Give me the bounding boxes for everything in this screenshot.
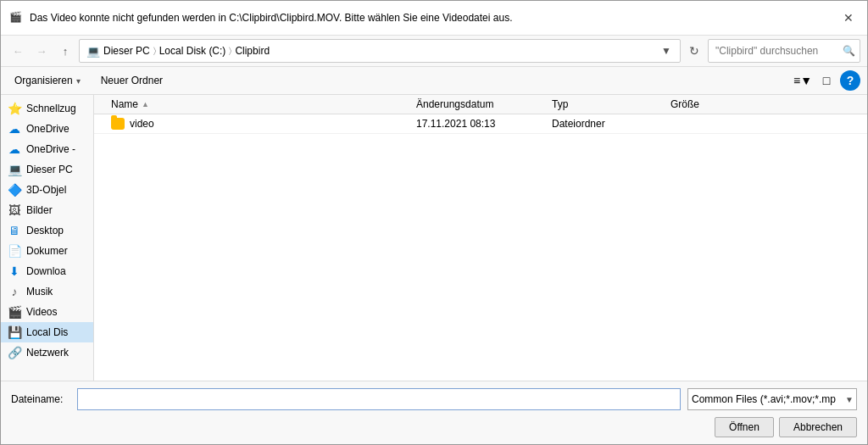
dialog-icon: 🎬 xyxy=(9,11,23,25)
filename-input[interactable] xyxy=(77,388,681,410)
sidebar-icon-netzwerk: 🔗 xyxy=(8,346,21,359)
filename-row: Dateiname: Common Files (*.avi;*.mov;*.m… xyxy=(11,388,857,410)
file-area: Name ▲ Änderungsdatum Typ Größe video17.… xyxy=(94,95,867,381)
filetype-select-wrapper: Common Files (*.avi;*.mov;*.mp ▼ xyxy=(687,388,857,410)
organize-button[interactable]: Organisieren ▾ xyxy=(8,72,87,89)
sidebar-icon-bilder: 🖼 xyxy=(8,203,21,217)
sidebar-item-videos[interactable]: 🎬Videos xyxy=(1,302,93,322)
col-name-header[interactable]: Name ▲ xyxy=(94,98,416,110)
file-dialog: 🎬 Das Video konnte nicht gefunden werden… xyxy=(0,0,868,445)
column-headers: Name ▲ Änderungsdatum Typ Größe xyxy=(94,95,867,114)
sidebar-icon-desktop: 🖥 xyxy=(8,224,21,237)
title-bar: 🎬 Das Video konnte nicht gefunden werden… xyxy=(1,1,867,36)
sidebar-item-desktop[interactable]: 🖥Desktop xyxy=(1,220,93,241)
col-date-header[interactable]: Änderungsdatum xyxy=(416,98,552,110)
view-pane-button[interactable]: □ xyxy=(816,70,837,91)
breadcrumb-dropdown[interactable]: ▼ xyxy=(659,44,673,58)
sidebar-item-local-disk[interactable]: 💾Local Dis xyxy=(1,322,93,342)
toolbar-right: ≡▼ □ ? xyxy=(793,70,860,91)
main-content: ⭐Schnellzug☁OneDrive☁OneDrive -💻Dieser P… xyxy=(1,95,867,381)
file-list: video17.11.2021 08:13Dateiordner xyxy=(94,114,867,381)
sidebar-icon-videos: 🎬 xyxy=(8,305,21,319)
sidebar-label-desktop: Desktop xyxy=(26,225,64,236)
sidebar-item-netzwerk[interactable]: 🔗Netzwerk xyxy=(1,342,93,363)
sidebar-item-downloads[interactable]: ⬇Downloa xyxy=(1,261,93,281)
sidebar-icon-downloads: ⬇ xyxy=(8,264,21,278)
sidebar-icon-3d-objekte: 🔷 xyxy=(8,183,21,197)
file-type-cell: Dateiordner xyxy=(552,118,670,130)
sidebar-label-bilder: Bilder xyxy=(26,204,53,216)
sidebar-icon-dieser-pc: 💻 xyxy=(8,163,21,176)
breadcrumb-dieser-pc[interactable]: 💻 Dieser PC xyxy=(86,45,150,58)
toolbar: Organisieren ▾ Neuer Ordner ≡▼ □ ? xyxy=(1,67,867,95)
search-input[interactable] xyxy=(708,39,860,63)
sidebar: ⭐Schnellzug☁OneDrive☁OneDrive -💻Dieser P… xyxy=(1,95,94,381)
breadcrumb-local-disk[interactable]: Local Disk (C:) xyxy=(159,45,226,57)
forward-button[interactable]: → xyxy=(31,41,52,61)
file-name-cell: video xyxy=(94,118,416,130)
sidebar-item-schnellzug[interactable]: ⭐Schnellzug xyxy=(1,98,93,119)
cancel-button[interactable]: Abbrechen xyxy=(779,417,857,437)
sidebar-label-downloads: Downloa xyxy=(26,265,66,277)
filetype-select[interactable]: Common Files (*.avi;*.mov;*.mp xyxy=(687,388,857,410)
sidebar-icon-onedrive2: ☁ xyxy=(8,142,21,156)
file-date-cell: 17.11.2021 08:13 xyxy=(416,118,552,130)
sidebar-item-dieser-pc[interactable]: 💻Dieser PC xyxy=(1,159,93,180)
sidebar-icon-schnellzug: ⭐ xyxy=(8,102,21,115)
view-list-button[interactable]: ≡▼ xyxy=(793,70,813,91)
open-button[interactable]: Öffnen xyxy=(715,417,774,437)
sidebar-icon-onedrive1: ☁ xyxy=(8,122,21,136)
sidebar-label-netzwerk: Netzwerk xyxy=(26,347,69,359)
sidebar-item-onedrive1[interactable]: ☁OneDrive xyxy=(1,119,93,139)
sidebar-label-dokumente: Dokumer xyxy=(26,245,68,257)
pc-icon: 💻 xyxy=(86,45,100,58)
back-button[interactable]: ← xyxy=(8,41,28,61)
sidebar-item-musik[interactable]: ♪Musik xyxy=(1,281,93,302)
bottom-bar: Dateiname: Common Files (*.avi;*.mov;*.m… xyxy=(1,381,867,444)
search-wrapper: 🔍 xyxy=(708,39,860,63)
action-buttons: Öffnen Abbrechen xyxy=(11,417,857,437)
sidebar-label-schnellzug: Schnellzug xyxy=(26,103,76,114)
table-row[interactable]: video17.11.2021 08:13Dateiordner xyxy=(94,114,867,134)
col-size-header[interactable]: Größe xyxy=(670,98,755,110)
title-bar-text: Das Video konnte nicht gefunden werden i… xyxy=(30,12,832,24)
sidebar-label-dieser-pc: Dieser PC xyxy=(26,164,73,175)
refresh-button[interactable]: ↻ xyxy=(684,41,704,61)
col-type-header[interactable]: Typ xyxy=(552,98,670,110)
folder-icon xyxy=(111,118,125,130)
sidebar-label-videos: Videos xyxy=(26,306,57,318)
breadcrumb-clipbird[interactable]: Clipbird xyxy=(235,45,270,57)
breadcrumb[interactable]: 💻 Dieser PC 〉 Local Disk (C:) 〉 Clipbird… xyxy=(79,39,681,63)
sidebar-item-3d-objekte[interactable]: 🔷3D-Objel xyxy=(1,180,93,200)
help-button[interactable]: ? xyxy=(840,70,860,91)
sidebar-icon-local-disk: 💾 xyxy=(8,325,21,339)
address-bar: ← → ↑ 💻 Dieser PC 〉 Local Disk (C:) 〉 Cl… xyxy=(1,36,867,67)
sidebar-label-onedrive2: OneDrive - xyxy=(26,143,75,155)
sidebar-label-local-disk: Local Dis xyxy=(26,326,68,338)
new-folder-button[interactable]: Neuer Ordner xyxy=(94,72,170,89)
sidebar-label-onedrive1: OneDrive xyxy=(26,123,70,135)
sidebar-item-dokumente[interactable]: 📄Dokumer xyxy=(1,241,93,261)
filename-label: Dateiname: xyxy=(11,393,70,405)
sidebar-label-musik: Musik xyxy=(26,286,53,298)
sidebar-icon-musik: ♪ xyxy=(8,285,21,298)
up-button[interactable]: ↑ xyxy=(55,41,75,61)
sidebar-icon-dokumente: 📄 xyxy=(8,244,21,258)
sidebar-item-bilder[interactable]: 🖼Bilder xyxy=(1,200,93,220)
sidebar-item-onedrive2[interactable]: ☁OneDrive - xyxy=(1,139,93,159)
sidebar-label-3d-objekte: 3D-Objel xyxy=(26,184,66,196)
close-button[interactable]: ✕ xyxy=(838,8,859,28)
sort-icon: ▲ xyxy=(142,100,149,108)
